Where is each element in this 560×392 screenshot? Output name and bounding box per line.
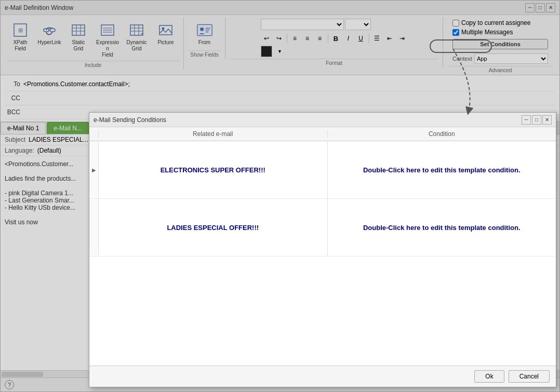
modal-empty-area <box>89 256 556 360</box>
modal-ok-button[interactable]: Ok <box>474 370 504 383</box>
modal-arrow-spacer <box>89 130 99 138</box>
modal-cancel-button[interactable]: Cancel <box>509 370 550 383</box>
modal-row-1: ▶ ELECTRONICS SUPER OFFER!!! Double-Clic… <box>89 141 556 199</box>
modal-row-1-email-cell: ELECTRONICS SUPER OFFER!!! <box>99 141 328 198</box>
modal-email-sending-conditions: e-Mail Sending Conditions ─ □ ✕ Related … <box>89 112 556 387</box>
main-window: e-Mail Definition Window ─ □ ✕ ⊞ <box>0 0 560 392</box>
modal-restore-button[interactable]: □ <box>532 115 541 125</box>
modal-close-button[interactable]: ✕ <box>542 115 552 125</box>
modal-col-condition: Condition <box>328 130 556 138</box>
modal-overlay: e-Mail Sending Conditions ─ □ ✕ Related … <box>1 1 559 391</box>
modal-row-1-arrow: ▶ <box>89 141 99 198</box>
modal-rows: ▶ ELECTRONICS SUPER OFFER!!! Double-Clic… <box>89 141 556 366</box>
modal-title-bar: e-Mail Sending Conditions ─ □ ✕ <box>89 113 556 127</box>
modal-title: e-Mail Sending Conditions <box>94 116 166 124</box>
modal-content: Related e-mail Condition ▶ ELECTRONICS S… <box>89 127 556 387</box>
modal-row-2-condition-cell: Double-Click here to edit this template … <box>328 199 556 256</box>
modal-table-header: Related e-mail Condition <box>89 127 556 141</box>
modal-row-1-condition-link[interactable]: Double-Click here to edit this template … <box>363 166 521 174</box>
modal-minimize-button[interactable]: ─ <box>522 115 531 125</box>
modal-col-related-email: Related e-mail <box>99 130 328 138</box>
modal-row-1-email-link[interactable]: ELECTRONICS SUPER OFFER!!! <box>161 166 265 174</box>
modal-row-1-condition-cell: Double-Click here to edit this template … <box>328 141 556 198</box>
modal-row-2-arrow <box>89 199 99 256</box>
modal-controls: ─ □ ✕ <box>522 115 552 125</box>
modal-row-2-email-cell: LADIES ESPECIAL OFFER!!! <box>99 199 328 256</box>
modal-footer: Ok Cancel <box>89 366 556 387</box>
modal-row-2: LADIES ESPECIAL OFFER!!! Double-Click he… <box>89 199 556 256</box>
modal-row-2-condition-link[interactable]: Double-Click here to edit this template … <box>363 224 521 232</box>
modal-row-2-email-link[interactable]: LADIES ESPECIAL OFFER!!! <box>167 224 259 232</box>
